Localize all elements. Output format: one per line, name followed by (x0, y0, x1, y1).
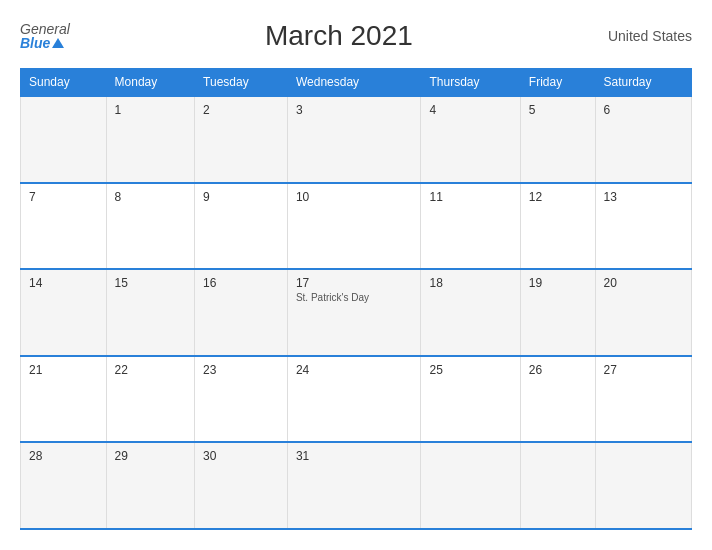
calendar-day-cell (520, 442, 595, 529)
logo-general-text: General (20, 22, 70, 36)
calendar-day-cell: 31 (287, 442, 421, 529)
day-number: 8 (115, 190, 187, 204)
day-number: 19 (529, 276, 587, 290)
calendar-header: General Blue March 2021 United States (20, 20, 692, 52)
day-number: 22 (115, 363, 187, 377)
day-number: 11 (429, 190, 511, 204)
calendar-day-cell: 11 (421, 183, 520, 270)
calendar-day-cell: 2 (195, 96, 288, 183)
calendar-day-cell (595, 442, 691, 529)
calendar-day-cell: 6 (595, 96, 691, 183)
calendar-week-row: 21222324252627 (21, 356, 692, 443)
logo-blue-text: Blue (20, 36, 70, 50)
calendar-day-cell: 5 (520, 96, 595, 183)
day-number: 2 (203, 103, 279, 117)
calendar-day-cell: 16 (195, 269, 288, 356)
calendar-day-cell: 24 (287, 356, 421, 443)
weekday-header: Monday (106, 69, 195, 97)
calendar-day-cell: 13 (595, 183, 691, 270)
calendar-day-cell: 25 (421, 356, 520, 443)
day-number: 29 (115, 449, 187, 463)
day-number: 23 (203, 363, 279, 377)
calendar-day-cell (21, 96, 107, 183)
day-number: 14 (29, 276, 98, 290)
calendar-day-cell: 1 (106, 96, 195, 183)
calendar-day-cell: 10 (287, 183, 421, 270)
day-number: 18 (429, 276, 511, 290)
day-number: 27 (604, 363, 683, 377)
calendar-day-cell: 28 (21, 442, 107, 529)
calendar-day-cell (421, 442, 520, 529)
calendar-day-cell: 8 (106, 183, 195, 270)
calendar-day-cell: 21 (21, 356, 107, 443)
day-number: 15 (115, 276, 187, 290)
calendar-day-cell: 27 (595, 356, 691, 443)
calendar-day-cell: 23 (195, 356, 288, 443)
weekday-header: Saturday (595, 69, 691, 97)
day-number: 25 (429, 363, 511, 377)
calendar-day-cell: 3 (287, 96, 421, 183)
calendar-day-cell: 4 (421, 96, 520, 183)
calendar-day-cell: 15 (106, 269, 195, 356)
day-number: 7 (29, 190, 98, 204)
day-number: 20 (604, 276, 683, 290)
day-number: 16 (203, 276, 279, 290)
calendar-day-cell: 20 (595, 269, 691, 356)
calendar-day-cell: 12 (520, 183, 595, 270)
day-number: 5 (529, 103, 587, 117)
country-label: United States (608, 28, 692, 44)
holiday-label: St. Patrick's Day (296, 292, 413, 303)
day-number: 10 (296, 190, 413, 204)
calendar-day-cell: 29 (106, 442, 195, 529)
calendar-day-cell: 22 (106, 356, 195, 443)
calendar-week-row: 123456 (21, 96, 692, 183)
day-number: 6 (604, 103, 683, 117)
day-number: 21 (29, 363, 98, 377)
day-number: 1 (115, 103, 187, 117)
calendar-day-cell: 30 (195, 442, 288, 529)
logo-triangle-icon (52, 38, 64, 48)
weekday-header: Wednesday (287, 69, 421, 97)
calendar-day-cell: 26 (520, 356, 595, 443)
day-number: 31 (296, 449, 413, 463)
calendar-title: March 2021 (265, 20, 413, 52)
calendar-week-row: 28293031 (21, 442, 692, 529)
calendar-day-cell: 17St. Patrick's Day (287, 269, 421, 356)
calendar-day-cell: 18 (421, 269, 520, 356)
calendar-week-row: 78910111213 (21, 183, 692, 270)
day-number: 13 (604, 190, 683, 204)
day-number: 30 (203, 449, 279, 463)
day-number: 24 (296, 363, 413, 377)
calendar-day-cell: 7 (21, 183, 107, 270)
day-number: 4 (429, 103, 511, 117)
logo: General Blue (20, 22, 70, 50)
weekday-header: Tuesday (195, 69, 288, 97)
calendar-week-row: 14151617St. Patrick's Day181920 (21, 269, 692, 356)
calendar-day-cell: 9 (195, 183, 288, 270)
weekday-header: Sunday (21, 69, 107, 97)
calendar-table: SundayMondayTuesdayWednesdayThursdayFrid… (20, 68, 692, 530)
day-number: 12 (529, 190, 587, 204)
day-number: 26 (529, 363, 587, 377)
day-number: 9 (203, 190, 279, 204)
day-number: 28 (29, 449, 98, 463)
calendar-body: 1234567891011121314151617St. Patrick's D… (21, 96, 692, 529)
day-number: 17 (296, 276, 413, 290)
weekday-header: Friday (520, 69, 595, 97)
day-number: 3 (296, 103, 413, 117)
calendar-day-cell: 14 (21, 269, 107, 356)
weekday-header: Thursday (421, 69, 520, 97)
calendar-header-row: SundayMondayTuesdayWednesdayThursdayFrid… (21, 69, 692, 97)
calendar-day-cell: 19 (520, 269, 595, 356)
